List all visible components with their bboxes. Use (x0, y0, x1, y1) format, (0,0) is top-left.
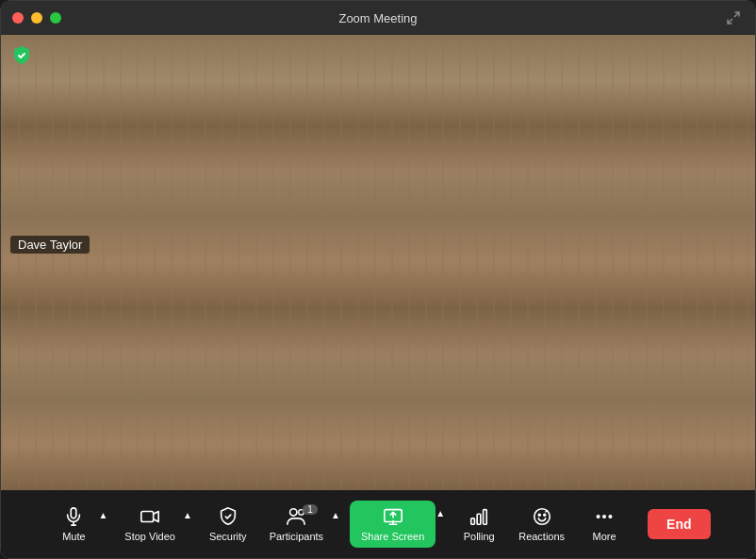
mute-button[interactable]: Mute (49, 502, 98, 546)
svg-point-51 (290, 509, 297, 516)
stop-video-button[interactable]: Stop Video (117, 502, 183, 546)
mute-label: Mute (62, 531, 85, 542)
stop-video-chevron[interactable]: ▲ (181, 506, 194, 524)
participants-button[interactable]: 1 Participants (262, 502, 331, 546)
more-button[interactable]: More (580, 502, 629, 546)
share-screen-button[interactable]: Share Screen (350, 501, 436, 548)
toolbar-container: Mute ▲ Stop Video ▲ (16, 501, 740, 548)
svg-point-58 (538, 514, 540, 516)
video-area: Dave Taylor (1, 35, 755, 490)
stop-video-group: Stop Video ▲ (117, 502, 194, 546)
security-button[interactable]: Security (202, 502, 255, 546)
end-button[interactable]: End (648, 509, 710, 539)
participant-name-label: Dave Taylor (10, 236, 90, 254)
polling-button[interactable]: Polling (454, 502, 503, 546)
share-screen-group: Share Screen ▲ (350, 501, 447, 548)
share-screen-label: Share Screen (361, 531, 424, 542)
security-label: Security (209, 531, 247, 542)
svg-rect-55 (477, 514, 481, 524)
maximize-button[interactable] (50, 12, 61, 24)
polling-group: Polling (454, 502, 503, 546)
polling-icon (468, 506, 489, 527)
share-screen-chevron[interactable]: ▲ (434, 504, 447, 522)
more-icon (594, 506, 615, 527)
svg-point-61 (603, 516, 606, 518)
toolbar: Mute ▲ Stop Video ▲ (1, 490, 755, 558)
participants-group: 1 Participants ▲ (262, 502, 342, 546)
svg-rect-54 (471, 518, 475, 524)
participants-chevron[interactable]: ▲ (329, 506, 342, 524)
svg-point-59 (543, 514, 545, 516)
reactions-button[interactable]: Reactions (511, 502, 572, 546)
share-screen-icon (383, 506, 403, 527)
participants-label: Participants (270, 531, 323, 542)
title-bar: Zoom Meeting (1, 1, 755, 35)
reactions-icon (532, 506, 552, 527)
svg-rect-47 (72, 508, 77, 518)
mute-chevron[interactable]: ▲ (96, 506, 109, 524)
security-badge (10, 44, 33, 67)
close-button[interactable] (12, 12, 24, 24)
participants-badge: 1 (303, 504, 318, 515)
more-label: More (593, 531, 616, 542)
reactions-label: Reactions (518, 531, 565, 542)
traffic-lights (12, 12, 61, 24)
minimize-button[interactable] (31, 12, 42, 24)
video-background (1, 35, 755, 490)
security-group: Security (202, 502, 255, 546)
reactions-group: Reactions (511, 502, 572, 546)
zoom-window: Zoom Meeting (0, 0, 756, 559)
window-title: Zoom Meeting (338, 11, 417, 25)
svg-rect-50 (141, 512, 154, 522)
shield-icon (218, 506, 238, 527)
svg-point-62 (609, 516, 612, 518)
fullscreen-button[interactable] (723, 8, 744, 28)
polling-label: Polling (464, 531, 495, 542)
svg-rect-56 (484, 510, 487, 525)
svg-point-60 (597, 516, 600, 518)
mute-group: Mute ▲ (49, 502, 109, 546)
stop-video-label: Stop Video (124, 531, 175, 542)
microphone-icon (63, 506, 84, 527)
more-group: More (580, 502, 629, 546)
video-icon (140, 506, 160, 527)
